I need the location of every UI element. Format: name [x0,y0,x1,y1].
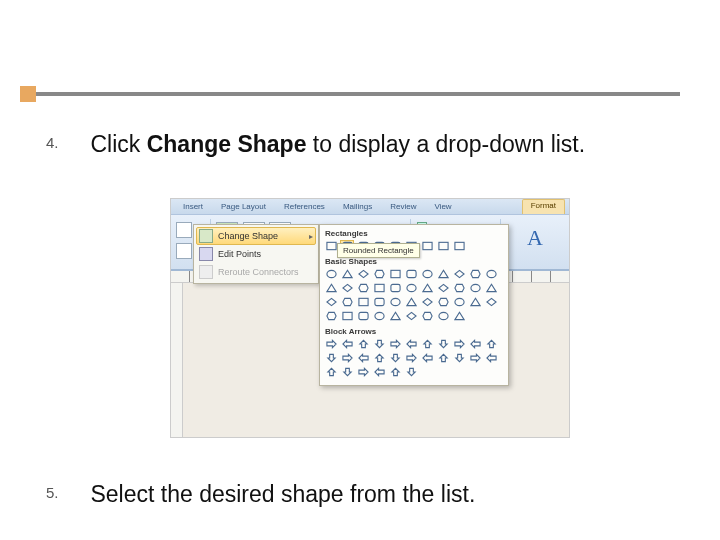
shape-option[interactable] [452,268,466,280]
gallery-heading: Rectangles [323,228,505,239]
shape-option[interactable] [468,282,482,294]
shape-option[interactable] [420,268,434,280]
shape-option[interactable] [420,310,434,322]
shape-option[interactable] [452,240,466,252]
shape-option[interactable] [404,282,418,294]
shape-option[interactable] [420,240,434,252]
svg-marker-75 [358,368,367,375]
shape-option[interactable] [356,296,370,308]
shape-option[interactable] [404,296,418,308]
shape-option[interactable] [356,268,370,280]
shape-option[interactable] [340,366,354,378]
shape-option[interactable] [356,338,370,350]
shape-option[interactable] [372,282,386,294]
shape-option[interactable] [324,296,338,308]
shape-option[interactable] [324,240,338,252]
shape-option[interactable] [324,352,338,364]
shape-option[interactable] [388,366,402,378]
ribbon-tab[interactable]: Review [382,201,424,212]
shape-option[interactable] [452,352,466,364]
edit-shape-icon[interactable] [176,222,192,238]
svg-marker-16 [438,270,447,277]
shape-option[interactable] [324,338,338,350]
shape-option[interactable] [452,282,466,294]
step-4: 4. Click Change Shape to display a drop-… [46,130,690,159]
ribbon-tab[interactable]: Page Layout [213,201,274,212]
wordart-A-icon[interactable]: A [527,225,543,251]
shape-option[interactable] [420,338,434,350]
shape-option[interactable] [372,310,386,322]
shape-option[interactable] [436,268,450,280]
shape-option[interactable] [324,268,338,280]
shape-option[interactable] [372,296,386,308]
ribbon-tab[interactable]: Mailings [335,201,380,212]
shape-option[interactable] [484,268,498,280]
shape-option[interactable] [484,296,498,308]
svg-point-9 [326,270,335,277]
shape-option[interactable] [324,366,338,378]
ribbon-tab-format[interactable]: Format [522,199,565,214]
svg-marker-22 [358,284,367,291]
shape-option[interactable] [356,282,370,294]
shape-option[interactable] [388,268,402,280]
shape-option[interactable] [484,282,498,294]
shape-option[interactable] [484,352,498,364]
shape-option[interactable] [420,296,434,308]
shape-option[interactable] [356,352,370,364]
ribbon-tab[interactable]: View [426,201,459,212]
shape-option[interactable] [404,338,418,350]
menu-item-edit-points[interactable]: Edit Points [196,245,316,263]
svg-marker-72 [486,354,495,361]
shape-option[interactable] [436,296,450,308]
shape-option[interactable] [324,282,338,294]
svg-rect-24 [390,284,399,291]
shape-option[interactable] [372,352,386,364]
shape-option[interactable] [372,338,386,350]
svg-marker-66 [391,354,398,361]
shape-option[interactable] [356,310,370,322]
shape-option[interactable] [340,296,354,308]
shape-option[interactable] [388,352,402,364]
shape-option[interactable] [340,352,354,364]
shape-option[interactable] [372,366,386,378]
shape-option[interactable] [404,352,418,364]
shape-option[interactable] [372,268,386,280]
shape-option[interactable] [484,338,498,350]
shape-option[interactable] [404,268,418,280]
shape-option[interactable] [324,310,338,322]
textbox-icon[interactable] [176,243,192,259]
ribbon-tab[interactable]: References [276,201,333,212]
submenu-arrow-icon: ▸ [309,232,313,241]
shape-option[interactable] [468,352,482,364]
shape-option[interactable] [388,296,402,308]
shape-option[interactable] [340,268,354,280]
title-underline [20,92,680,96]
shape-option[interactable] [388,338,402,350]
shape-option[interactable] [340,338,354,350]
shape-option[interactable] [452,296,466,308]
shape-option[interactable] [420,352,434,364]
shape-option[interactable] [468,338,482,350]
shape-option[interactable] [468,296,482,308]
shape-option[interactable] [436,240,450,252]
shape-option[interactable] [436,310,450,322]
svg-marker-17 [454,270,463,277]
ribbon-tab[interactable]: Insert [175,201,211,212]
shape-option[interactable] [452,338,466,350]
svg-marker-20 [326,284,335,291]
shape-option[interactable] [452,310,466,322]
shape-option[interactable] [388,282,402,294]
shape-option[interactable] [404,366,418,378]
shape-option[interactable] [340,282,354,294]
shape-option[interactable] [404,310,418,322]
shape-option[interactable] [468,268,482,280]
shape-option[interactable] [436,282,450,294]
shape-option[interactable] [420,282,434,294]
svg-point-29 [470,284,479,291]
shape-option[interactable] [340,310,354,322]
shape-option[interactable] [436,338,450,350]
menu-item-change-shape[interactable]: Change Shape ▸ [196,227,316,245]
shape-option[interactable] [356,366,370,378]
shape-option[interactable] [388,310,402,322]
shape-option[interactable] [436,352,450,364]
